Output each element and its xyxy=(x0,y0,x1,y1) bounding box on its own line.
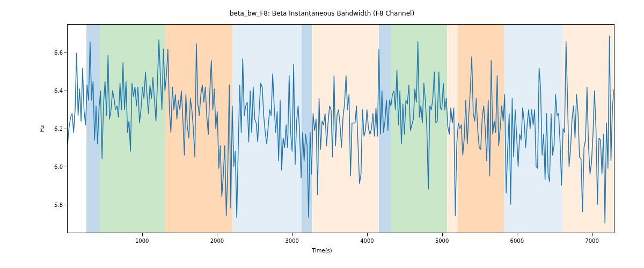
x-tick-label: 7000 xyxy=(585,238,598,244)
plot-area xyxy=(67,24,614,233)
y-tick xyxy=(64,91,67,91)
y-tick-label: 6.6 xyxy=(41,50,63,56)
x-tick xyxy=(217,233,217,236)
x-tick-label: 2000 xyxy=(210,238,224,244)
figure: beta_bw_F8: Beta Instantaneous Bandwidth… xyxy=(0,0,644,268)
y-tick xyxy=(64,129,67,129)
x-tick-label: 5000 xyxy=(435,238,449,244)
x-tick-label: 6000 xyxy=(510,238,524,244)
y-tick xyxy=(64,205,67,205)
x-tick-label: 3000 xyxy=(285,238,298,244)
x-tick xyxy=(142,233,143,236)
line-series-layer xyxy=(68,25,614,233)
x-tick-label: 1000 xyxy=(135,238,149,244)
series-line xyxy=(68,36,614,223)
x-axis-label: Time(s) xyxy=(0,248,644,254)
y-tick-label: 6.2 xyxy=(41,126,63,132)
y-tick-label: 5.8 xyxy=(41,202,63,207)
x-tick xyxy=(592,233,592,236)
y-tick xyxy=(64,53,67,53)
x-tick xyxy=(292,233,292,236)
y-tick-label: 6.0 xyxy=(41,163,63,169)
x-tick xyxy=(367,233,368,236)
y-tick-label: 6.4 xyxy=(41,88,63,94)
chart-title: beta_bw_F8: Beta Instantaneous Bandwidth… xyxy=(0,10,644,17)
y-tick xyxy=(64,167,67,167)
x-tick-label: 4000 xyxy=(360,238,374,244)
x-tick xyxy=(442,233,443,236)
x-tick xyxy=(517,233,517,236)
